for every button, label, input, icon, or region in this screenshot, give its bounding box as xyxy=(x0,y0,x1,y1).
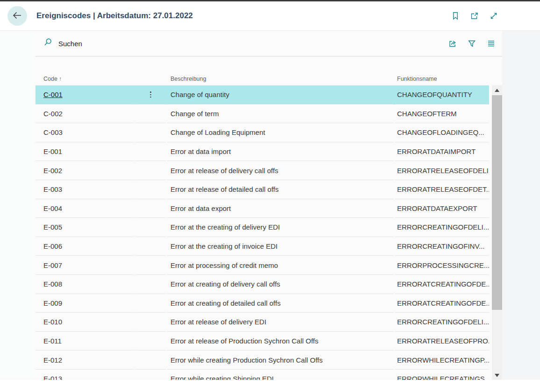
code-link[interactable]: C-003 xyxy=(43,128,63,136)
cell-description[interactable]: Change of quantity xyxy=(167,85,394,105)
cell-function-name[interactable]: CHANGEOFQUANTITY xyxy=(395,85,489,105)
cell-code[interactable]: E-003 xyxy=(36,180,134,199)
cell-code[interactable]: E-012 xyxy=(36,350,134,370)
cell-function-name[interactable]: ERRORATCREATINGOFDE... xyxy=(395,294,489,313)
table-row[interactable]: E-006 Error at the creating of invoice E… xyxy=(36,237,489,256)
table-row[interactable]: E-013 Error while creating Shipping EDI … xyxy=(36,370,489,380)
cell-code[interactable]: E-007 xyxy=(36,256,134,275)
table-row[interactable]: C-003 Change of Loading Equipment CHANGE… xyxy=(36,123,489,142)
cell-function-name[interactable]: ERRORATRELEASEOFDELI... xyxy=(395,161,489,180)
cell-function-name[interactable]: ERRORATDATAEXPORT xyxy=(395,199,489,218)
code-link[interactable]: E-012 xyxy=(43,356,62,364)
vertical-ellipsis-icon[interactable] xyxy=(148,90,153,99)
cell-function-name[interactable]: ERRORATRELEASEOFDET... xyxy=(395,180,489,199)
table-row[interactable]: E-009 Error at creating of detailed call… xyxy=(36,294,489,313)
arrow-left-icon xyxy=(12,10,22,22)
cell-description[interactable]: Error at release of delivery call offs xyxy=(167,161,394,180)
cell-description[interactable]: Error at release of detailed call offs xyxy=(167,180,394,199)
cell-description[interactable]: Error at data export xyxy=(167,199,394,218)
cell-description[interactable]: Error at the creating of invoice EDI xyxy=(167,237,394,256)
cell-description[interactable]: Error at release of delivery EDI xyxy=(167,313,394,332)
code-link[interactable]: E-006 xyxy=(43,242,62,250)
table-row[interactable]: C-002 Change of term CHANGEOFTERM xyxy=(36,105,489,124)
code-link[interactable]: E-001 xyxy=(43,147,62,155)
table-row[interactable]: E-002 Error at release of delivery call … xyxy=(36,161,489,180)
cell-row-menu xyxy=(135,142,166,161)
code-link[interactable]: E-005 xyxy=(43,223,62,231)
cell-code[interactable]: E-010 xyxy=(36,313,134,332)
table-row[interactable]: E-008 Error at creating of delivery call… xyxy=(36,275,489,294)
cell-description[interactable]: Change of term xyxy=(167,105,394,124)
cell-description[interactable]: Error at release of Production Sychron C… xyxy=(167,332,394,351)
bookmark-icon[interactable] xyxy=(450,11,461,21)
cell-function-name[interactable]: ERRORWHILECREATINGS... xyxy=(395,370,489,380)
code-link[interactable]: C-001 xyxy=(43,91,63,98)
cell-code[interactable]: E-004 xyxy=(36,199,134,218)
cell-function-name[interactable]: CHANGEOFLOADINGEQ... xyxy=(395,123,489,142)
code-link[interactable]: C-002 xyxy=(43,110,63,118)
table-row[interactable]: E-004 Error at data export ERRORATDATAEX… xyxy=(36,199,489,218)
cell-code[interactable]: E-011 xyxy=(36,332,134,351)
column-header-function-name[interactable]: Funktionsname xyxy=(395,76,489,82)
choose-columns-icon[interactable] xyxy=(486,38,496,49)
open-in-new-window-icon[interactable] xyxy=(469,11,480,21)
cell-function-name[interactable]: ERRORPROCESSINGCRE... xyxy=(395,256,489,275)
cell-code[interactable]: E-009 xyxy=(36,294,134,313)
cell-row-menu xyxy=(135,85,166,105)
table-row[interactable]: E-010 Error at release of delivery EDI E… xyxy=(36,313,489,332)
scroll-down-button[interactable] xyxy=(492,371,502,380)
cell-function-name[interactable]: ERRORATDATAIMPORT xyxy=(395,142,489,161)
cell-description[interactable]: Change of Loading Equipment xyxy=(167,123,394,142)
table-row[interactable]: E-005 Error at the creating of delivery … xyxy=(36,218,489,237)
code-link[interactable]: E-011 xyxy=(43,337,62,345)
code-link[interactable]: E-007 xyxy=(43,261,62,269)
code-link[interactable]: E-002 xyxy=(43,167,62,175)
cell-code[interactable]: E-005 xyxy=(36,218,134,237)
cell-function-name[interactable]: ERRORATCREATINGOFDE... xyxy=(395,275,489,294)
cell-code[interactable]: E-001 xyxy=(36,142,134,161)
table-row[interactable]: E-011 Error at release of Production Syc… xyxy=(36,332,489,351)
cell-code[interactable]: E-008 xyxy=(36,275,134,294)
share-icon[interactable] xyxy=(448,38,458,49)
search-input[interactable]: Suchen xyxy=(43,37,448,49)
table-row[interactable]: E-003 Error at release of detailed call … xyxy=(36,180,489,199)
scrollbar-thumb[interactable] xyxy=(492,95,502,310)
column-header-description[interactable]: Beschreibung xyxy=(167,76,394,82)
cell-description[interactable]: Error at creating of detailed call offs xyxy=(167,294,394,313)
cell-function-name[interactable]: ERRORWHILECREATINGP... xyxy=(395,350,489,370)
cell-description[interactable]: Error at creating of delivery call offs xyxy=(167,275,394,294)
filter-icon[interactable] xyxy=(467,38,477,49)
table-row[interactable]: C-001 Change of quantity CHANGEOFQUANTIT… xyxy=(36,85,489,105)
code-link[interactable]: E-003 xyxy=(43,185,62,193)
cell-function-name[interactable]: ERRORATRELEASEOFPRO... xyxy=(395,332,489,351)
cell-function-name[interactable]: ERRORCREATINGOFDELI... xyxy=(395,218,489,237)
cell-code[interactable]: C-002 xyxy=(36,105,134,124)
cell-description[interactable]: Error while creating Production Sychron … xyxy=(167,350,394,370)
cell-description[interactable]: Error at the creating of delivery EDI xyxy=(167,218,394,237)
cell-code[interactable]: E-006 xyxy=(36,237,134,256)
cell-code[interactable]: E-002 xyxy=(36,161,134,180)
cell-function-name[interactable]: CHANGEOFTERM xyxy=(395,105,489,124)
column-header-code[interactable]: Code↑ xyxy=(36,76,134,82)
cell-row-menu xyxy=(135,332,166,351)
code-link[interactable]: E-009 xyxy=(43,299,62,307)
cell-description[interactable]: Error at processing of credit memo xyxy=(167,256,394,275)
code-link[interactable]: E-008 xyxy=(43,280,62,288)
back-button[interactable] xyxy=(7,6,27,26)
cell-code[interactable]: E-013 xyxy=(36,370,134,380)
cell-description[interactable]: Error while creating Shipping EDI xyxy=(167,370,394,380)
table-row[interactable]: E-007 Error at processing of credit memo… xyxy=(36,256,489,275)
cell-function-name[interactable]: ERRORCREATINGOFINV... xyxy=(395,237,489,256)
cell-function-name[interactable]: ERRORCREATINGOFDELI... xyxy=(395,313,489,332)
code-link[interactable]: E-013 xyxy=(43,375,62,380)
code-link[interactable]: E-010 xyxy=(43,318,62,326)
table-row[interactable]: E-001 Error at data import ERRORATDATAIM… xyxy=(36,142,489,161)
cell-description[interactable]: Error at data import xyxy=(167,142,394,161)
scroll-up-button[interactable] xyxy=(492,85,502,95)
cell-code[interactable]: C-003 xyxy=(36,123,134,142)
vertical-scrollbar[interactable] xyxy=(492,85,502,380)
cell-code[interactable]: C-001 xyxy=(36,85,134,105)
code-link[interactable]: E-004 xyxy=(43,204,62,212)
expand-diagonal-icon[interactable] xyxy=(489,11,499,21)
table-row[interactable]: E-012 Error while creating Production Sy… xyxy=(36,350,489,370)
